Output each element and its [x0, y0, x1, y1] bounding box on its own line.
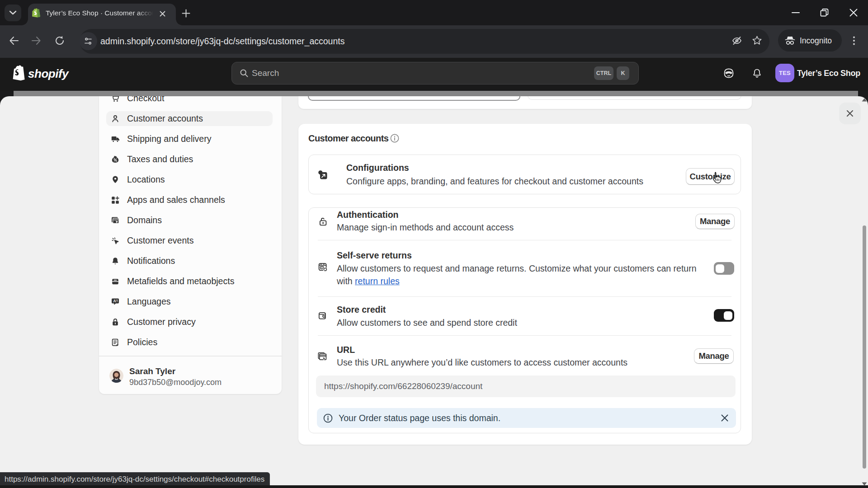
svg-text:shopify: shopify: [28, 67, 69, 80]
svg-text:A: A: [113, 299, 116, 303]
